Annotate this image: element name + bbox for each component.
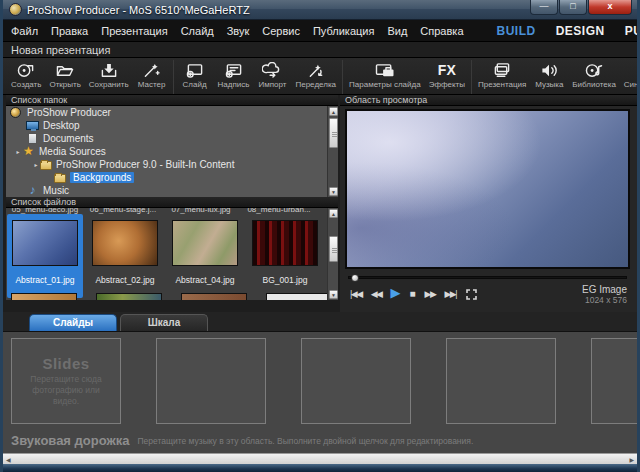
slide-slot-2[interactable] xyxy=(156,338,266,424)
horizontal-scrollbar[interactable]: ◀ ▶ xyxy=(3,453,637,464)
tree-item-music[interactable]: ♪ Music xyxy=(6,184,338,197)
tree-item-documents[interactable]: Documents xyxy=(6,132,338,145)
preview-image xyxy=(345,109,630,269)
remake-button[interactable]: Переделка xyxy=(291,60,340,94)
soundtrack-area[interactable]: Звуковая дорожка Перетащите музыку в эту… xyxy=(3,428,637,453)
maximize-button[interactable]: □ xyxy=(559,0,587,15)
thumbnail-bg001 xyxy=(252,220,318,266)
files-scrollbar[interactable]: ▲ ▼ xyxy=(327,208,338,300)
file-item-abstract04[interactable]: Abstract_04.jpg xyxy=(167,214,243,298)
expander-icon[interactable]: ▸ xyxy=(32,161,40,168)
scroll-up-icon[interactable]: ▲ xyxy=(329,209,338,218)
seek-knob[interactable] xyxy=(351,274,359,282)
menu-edit[interactable]: Правка xyxy=(51,25,88,37)
import-cloud-icon xyxy=(262,62,282,79)
minimize-button[interactable]: — xyxy=(530,0,558,15)
stop-button[interactable]: ■ xyxy=(410,288,416,299)
preview-panel: |◀◀ ◀◀ ▶ ■ ▶▶ ▶▶| EG Image 1024 x 576 xyxy=(340,106,637,312)
new-show-button[interactable]: Создать xyxy=(7,60,45,94)
menu-audio[interactable]: Звук xyxy=(227,25,250,37)
fullscreen-icon[interactable] xyxy=(466,289,477,300)
slides-placeholder-text: Перетащите сюда фотографию или видео. xyxy=(12,374,120,407)
star-icon: ★ xyxy=(22,146,35,157)
tab-slides[interactable]: Слайды xyxy=(29,314,117,331)
preview-type: EG Image xyxy=(582,284,627,295)
slide-slot-5[interactable] xyxy=(591,338,637,424)
menu-help[interactable]: Справка xyxy=(420,25,463,37)
menu-view[interactable]: Вид xyxy=(387,25,407,37)
add-slide-button[interactable]: Слайд xyxy=(176,60,214,94)
file-item-abstract01[interactable]: Abstract_01.jpg xyxy=(7,214,83,298)
tree-item-backgrounds[interactable]: Backgrounds xyxy=(6,171,338,184)
open-folder-icon xyxy=(55,62,75,79)
preview-header: Область просмотра xyxy=(340,95,637,106)
expander-icon[interactable]: ▸ xyxy=(14,148,22,155)
skip-end-button[interactable]: ▶▶| xyxy=(444,289,456,299)
remake-wand-icon xyxy=(306,62,326,79)
scroll-right-icon[interactable]: ▶ xyxy=(629,456,634,463)
seek-bar[interactable] xyxy=(348,276,627,279)
fast-forward-button[interactable]: ▶▶ xyxy=(425,289,436,299)
menu-bar: Файл Правка Презентация Слайд Звук Серви… xyxy=(3,20,637,42)
mode-publish[interactable]: PUBLISH xyxy=(625,24,640,38)
file-item-bg001[interactable]: BG_001.jpg xyxy=(247,214,323,298)
mode-design[interactable]: DESIGN xyxy=(556,24,605,38)
effects-button[interactable]: FX Эффекты xyxy=(425,60,469,94)
scroll-up-icon[interactable]: ▲ xyxy=(329,107,338,116)
slide-list: Slides Перетащите сюда фотографию или ви… xyxy=(3,332,637,428)
bottom-tabs: Слайды Шкала xyxy=(3,312,637,332)
music-note-icon: ♪ xyxy=(26,185,39,196)
close-button[interactable]: x xyxy=(588,0,632,15)
tree-item-proshow[interactable]: ProShow Producer xyxy=(6,106,338,119)
menu-tools[interactable]: Сервис xyxy=(262,25,300,37)
thumbnail-partial[interactable] xyxy=(266,293,332,300)
desktop-icon xyxy=(26,121,39,130)
open-button[interactable]: Открыть xyxy=(45,60,84,94)
thumbnail-partial[interactable] xyxy=(96,293,162,300)
presentation-title: Новая презентация xyxy=(3,42,637,58)
slide-slot-4[interactable] xyxy=(446,338,556,424)
sync-button[interactable]: Синхронизация xyxy=(620,60,640,94)
wizard-button[interactable]: Мастер xyxy=(133,60,171,94)
import-button[interactable]: Импорт xyxy=(253,60,291,94)
menu-slide[interactable]: Слайд xyxy=(181,25,214,37)
show-stack-icon xyxy=(492,62,512,79)
play-button[interactable]: ▶ xyxy=(391,285,401,300)
show-options-button[interactable]: Презентация xyxy=(474,60,530,94)
library-button[interactable]: Библиотека xyxy=(568,60,620,94)
tree-scrollbar[interactable]: ▲ ▼ xyxy=(327,106,338,197)
folder-tree: ProShow Producer Desktop Documents ▸ ★ M… xyxy=(6,106,338,197)
scroll-down-icon[interactable]: ▼ xyxy=(329,187,338,196)
scroll-down-icon[interactable]: ▼ xyxy=(329,290,338,299)
rewind-button[interactable]: ◀◀ xyxy=(371,289,382,299)
slide-slot-3[interactable] xyxy=(301,338,411,424)
add-caption-button[interactable]: Надпись xyxy=(214,60,254,94)
folders-header: Список папок xyxy=(6,95,338,106)
mode-build[interactable]: BUILD xyxy=(497,24,536,38)
title-bar[interactable]: ProShow Producer - MoS 6510^MeGaHeRTZ — … xyxy=(3,0,637,20)
file-item-abstract02[interactable]: Abstract_02.jpg xyxy=(87,214,163,298)
music-button[interactable]: Музыка xyxy=(530,60,568,94)
wizard-wand-icon xyxy=(142,62,162,79)
proshow-producer-window: ProShow Producer - MoS 6510^MeGaHeRTZ — … xyxy=(0,0,640,472)
tree-item-builtin-content[interactable]: ▸ ProShow Producer 9.0 - Built-In Conten… xyxy=(6,158,338,171)
proshow-app-icon xyxy=(10,107,21,118)
soundtrack-hint: Перетащите музыку в эту область. Выполни… xyxy=(137,436,473,446)
thumbnail-abstract01 xyxy=(12,220,78,266)
slide-slot-1[interactable]: Slides Перетащите сюда фотографию или ви… xyxy=(11,338,121,424)
tree-item-media-sources[interactable]: ▸ ★ Media Sources xyxy=(6,145,338,158)
menu-show[interactable]: Презентация xyxy=(101,25,167,37)
menu-file[interactable]: Файл xyxy=(11,25,38,37)
library-disc-icon xyxy=(584,62,604,79)
tree-item-desktop[interactable]: Desktop xyxy=(6,119,338,132)
scroll-left-icon[interactable]: ◀ xyxy=(6,456,11,463)
menu-publish[interactable]: Публикация xyxy=(313,25,374,37)
document-icon xyxy=(28,133,37,144)
new-disc-icon xyxy=(16,62,36,79)
tab-timeline[interactable]: Шкала xyxy=(120,314,208,331)
thumbnail-partial[interactable] xyxy=(181,293,247,300)
save-button[interactable]: Сохранить xyxy=(85,60,133,94)
thumbnail-partial[interactable] xyxy=(11,293,77,300)
slide-options-button[interactable]: Параметры слайда xyxy=(345,60,425,94)
skip-start-button[interactable]: |◀◀ xyxy=(350,289,362,299)
